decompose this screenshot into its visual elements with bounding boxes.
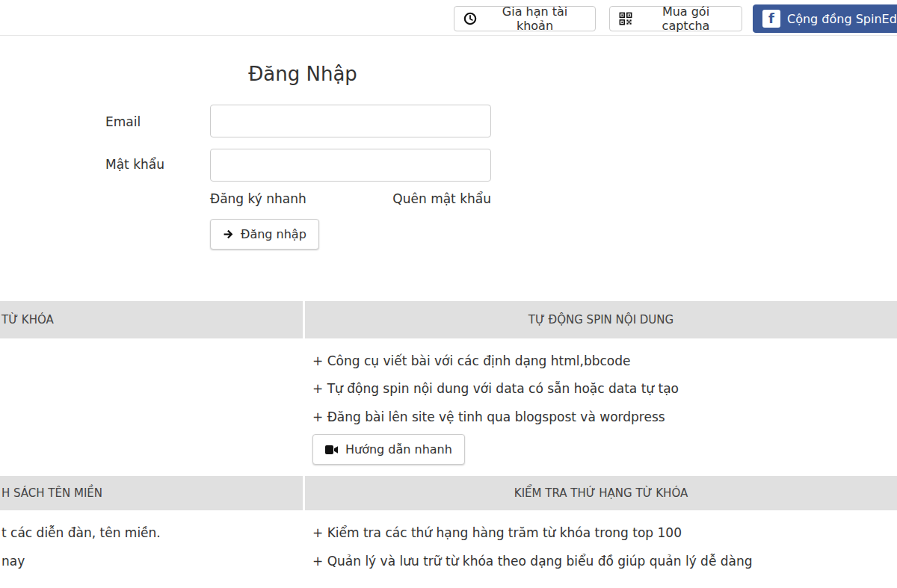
buy-captcha-button[interactable]: Mua gói captcha xyxy=(609,6,742,31)
quick-guide-button[interactable]: Hướng dẫn nhanh xyxy=(312,434,465,465)
arrow-right-icon xyxy=(223,229,234,240)
topbar: Gia hạn tài khoản xyxy=(0,0,897,36)
header-keywords: TỪ KHÓA xyxy=(0,301,303,338)
page: Gia hạn tài khoản xyxy=(0,0,897,588)
email-field[interactable] xyxy=(210,105,491,137)
header-auto-spin: TỰ ĐỘNG SPIN NỘI DUNG xyxy=(305,301,897,338)
features-header-row-1: TỪ KHÓA TỰ ĐỘNG SPIN NỘI DUNG xyxy=(0,301,897,338)
login-title: Đăng Nhập xyxy=(0,63,605,85)
qrcode-icon xyxy=(619,12,632,25)
renew-account-button[interactable]: Gia hạn tài khoản xyxy=(454,6,596,31)
rank-feature-item: + Quản lý và lưu trữ từ khóa theo dạng b… xyxy=(312,554,753,569)
header-keyword-rank: KIỂM TRA THỨ HẠNG TỪ KHÓA xyxy=(305,476,897,510)
email-label: Email xyxy=(105,114,141,129)
password-label: Mật khẩu xyxy=(105,157,164,172)
video-camera-icon xyxy=(325,445,339,455)
quick-register-link[interactable]: Đăng ký nhanh xyxy=(210,191,306,206)
clock-icon xyxy=(463,12,477,25)
domain-feature-item: t các diễn đàn, tên miền. xyxy=(1,525,161,540)
rank-feature-item: + Kiểm tra các thứ hạng hàng trăm từ khó… xyxy=(312,525,682,540)
renew-account-label: Gia hạn tài khoản xyxy=(484,4,586,33)
header-domain-list: H SÁCH TÊN MIỀN xyxy=(0,476,303,510)
login-button-label: Đăng nhập xyxy=(241,227,306,241)
login-button[interactable]: Đăng nhập xyxy=(210,219,319,250)
password-field[interactable] xyxy=(210,149,491,182)
facebook-community-label: Cộng đồng SpinEditor xyxy=(787,12,897,26)
forgot-password-link[interactable]: Quên mật khẩu xyxy=(392,191,491,206)
facebook-community-button[interactable]: f Cộng đồng SpinEditor xyxy=(753,4,897,33)
buy-captcha-label: Mua gói captcha xyxy=(639,4,733,33)
facebook-icon: f xyxy=(762,10,780,28)
quick-guide-label: Hướng dẫn nhanh xyxy=(345,442,452,457)
spin-feature-item: + Đăng bài lên site vệ tinh qua blogspos… xyxy=(312,409,665,424)
spin-feature-item: + Tự động spin nội dung với data có sẵn … xyxy=(312,381,679,396)
domain-feature-item: nay xyxy=(1,554,25,569)
spin-feature-item: + Công cụ viết bài với các định dạng htm… xyxy=(312,353,631,368)
features-header-row-2: H SÁCH TÊN MIỀN KIỂM TRA THỨ HẠNG TỪ KHÓ… xyxy=(0,476,897,510)
